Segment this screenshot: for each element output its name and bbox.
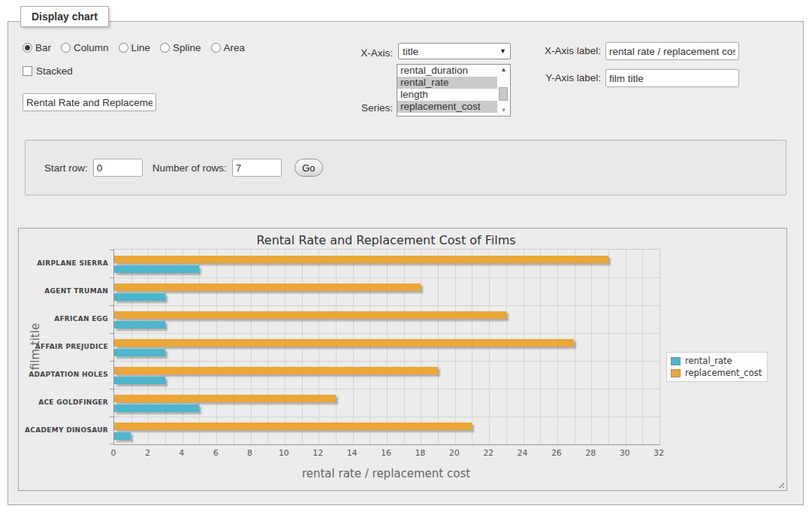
panel-title: Display chart <box>20 6 109 27</box>
legend-label: replacement_cost <box>685 368 762 378</box>
y-axis-title: film title <box>29 294 41 399</box>
bar-replacement-cost <box>114 283 421 291</box>
bar-rental-rate <box>114 321 165 329</box>
category-label: AGENT TRUMAN <box>19 287 108 295</box>
stacked-checkbox[interactable] <box>23 66 32 76</box>
gridline <box>489 250 490 444</box>
radio-label: Line <box>131 42 151 53</box>
gridline <box>608 250 609 444</box>
gridline <box>131 250 132 444</box>
gridline <box>591 250 592 444</box>
gridline <box>438 250 439 444</box>
series-option-length[interactable]: length <box>397 89 497 101</box>
gridline <box>336 250 337 444</box>
rows-panel: Start row: Number of rows: Go <box>25 140 786 195</box>
chart-type-option-area[interactable]: Area <box>211 42 246 53</box>
x-tick-label: 14 <box>341 448 364 458</box>
start-row-input[interactable] <box>93 159 143 177</box>
radio-label: Column <box>74 42 109 53</box>
x-tick-label: 8 <box>239 448 261 458</box>
series-select-label: Series: <box>315 102 393 114</box>
bar-replacement-cost <box>114 339 574 347</box>
scroll-up-icon[interactable]: ▲ <box>497 65 510 75</box>
series-scrollbar[interactable]: ▲ ▼ <box>497 65 510 116</box>
gridline <box>165 250 166 444</box>
legend-entry-replacement_cost: replacement_cost <box>671 367 762 379</box>
gridline <box>421 250 421 444</box>
x-tick-label: 22 <box>477 448 500 458</box>
bar-replacement-cost <box>114 311 506 319</box>
x-tick-label: 28 <box>579 448 602 458</box>
x-axis-label-caption: X-Axis label: <box>524 45 601 56</box>
gridline <box>404 250 405 444</box>
gridline <box>472 250 472 444</box>
scroll-down-icon[interactable]: ▼ <box>497 105 510 116</box>
x-axis-selected-value: title <box>399 46 500 57</box>
y-axis-tick <box>110 417 114 417</box>
radio-icon[interactable] <box>160 43 170 53</box>
series-option-rental_duration[interactable]: rental_duration <box>397 65 497 77</box>
chart-type-option-bar[interactable]: Bar <box>23 42 51 53</box>
chart-legend: rental_ratereplacement_cost <box>666 352 768 382</box>
page: Display chart BarColumnLineSplineArea St… <box>0 0 812 512</box>
series-listbox[interactable]: rental_durationrental_ratelengthreplacem… <box>397 64 511 117</box>
chart-type-radiogroup[interactable]: BarColumnLineSplineArea <box>23 41 245 54</box>
radio-icon[interactable] <box>23 43 32 53</box>
legend-entry-rental_rate: rental_rate <box>671 355 762 367</box>
y-axis-tick <box>110 250 114 250</box>
y-axis-tick <box>110 389 114 389</box>
gridline <box>353 250 354 444</box>
legend-label: rental_rate <box>685 356 732 366</box>
category-label: ACE GOLDFINGER <box>19 398 108 406</box>
bar-replacement-cost <box>114 423 472 430</box>
y-axis-label-caption: Y-Axis label: <box>524 72 601 83</box>
x-axis-label-input[interactable] <box>605 42 739 60</box>
chart-title-input[interactable] <box>23 93 156 111</box>
y-axis-tick <box>110 305 114 306</box>
start-row-label: Start row: <box>44 162 88 174</box>
bar-rental-rate <box>114 404 199 412</box>
chart-type-option-line[interactable]: Line <box>119 42 151 53</box>
x-axis-select-label: X-Axis: <box>315 47 393 59</box>
chart-type-option-column[interactable]: Column <box>61 42 109 53</box>
x-axis-select[interactable]: title ▼ <box>398 43 511 59</box>
category-label: AIRPLANE SIERRA <box>19 259 108 267</box>
gridline <box>387 250 388 444</box>
gridline <box>540 250 541 444</box>
series-options[interactable]: rental_durationrental_ratelengthreplacem… <box>397 65 497 116</box>
radio-label: Spline <box>173 42 201 53</box>
x-tick-label: 26 <box>545 448 568 458</box>
gridline <box>370 250 370 444</box>
gridline <box>148 250 149 444</box>
number-of-rows-input[interactable] <box>232 159 282 177</box>
gridline <box>199 250 200 444</box>
bar-rental-rate <box>114 349 165 356</box>
gridline <box>642 250 643 444</box>
chart-type-option-spline[interactable]: Spline <box>160 42 201 53</box>
chart-panel: Rental Rate and Replacement Cost of Film… <box>18 228 787 491</box>
y-axis-label-input[interactable] <box>605 69 739 87</box>
legend-swatch-icon <box>671 357 681 365</box>
gridline <box>114 389 660 389</box>
series-option-replacement_cost[interactable]: replacement_cost <box>397 101 497 113</box>
gridline <box>318 250 319 444</box>
radio-icon[interactable] <box>119 43 128 53</box>
gridline <box>285 250 285 444</box>
x-tick-label: 12 <box>306 448 329 458</box>
series-option-rental_rate[interactable]: rental_rate <box>397 77 497 89</box>
chart-title: Rental Rate and Replacement Cost of Film… <box>113 233 659 247</box>
plot-area <box>113 249 660 445</box>
scrollbar-thumb[interactable] <box>499 87 508 101</box>
resize-handle-icon[interactable] <box>776 480 784 488</box>
gridline <box>234 250 234 444</box>
radio-label: Area <box>224 42 246 53</box>
x-tick-label: 16 <box>375 448 397 458</box>
y-axis-tick <box>110 277 114 278</box>
x-tick-label: 20 <box>443 448 466 458</box>
x-axis-title: rental rate / replacement cost <box>113 467 659 480</box>
radio-icon[interactable] <box>61 43 71 53</box>
stacked-checkbox-row[interactable]: Stacked <box>23 65 73 77</box>
y-axis-tick <box>110 361 114 362</box>
go-button[interactable]: Go <box>294 159 323 177</box>
radio-icon[interactable] <box>211 43 221 53</box>
